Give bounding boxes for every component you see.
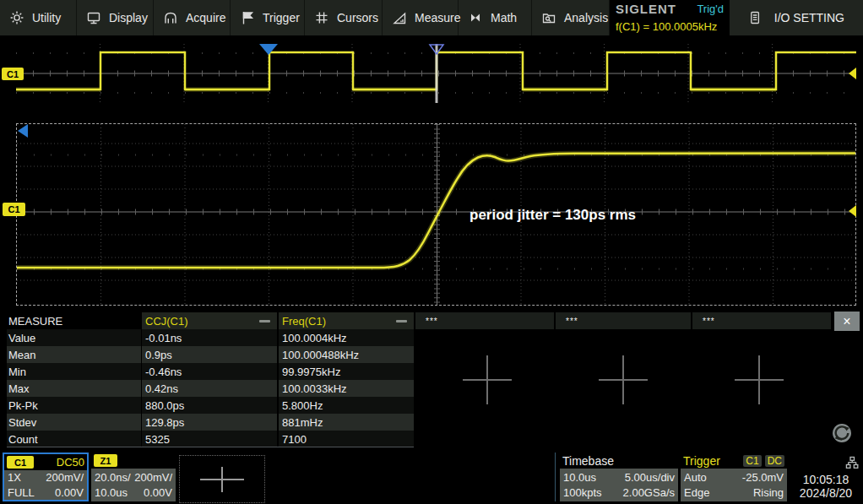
stat-value: 5325	[142, 431, 277, 447]
menu-measure[interactable]: Measure	[383, 0, 459, 35]
menu-cursors[interactable]: Cursors	[305, 0, 383, 35]
stat-value: 129.8ps	[142, 414, 277, 431]
stat-value: 100.0004kHz	[279, 329, 414, 346]
stat-label: Count	[7, 431, 141, 447]
stat-value: -0.46ns	[142, 363, 277, 380]
time-display: 10:05:18	[789, 473, 863, 486]
menu-analysis[interactable]: Analysis	[532, 0, 610, 35]
channel1-descriptor[interactable]: C1 DC50 1X200mV/ FULL0.00V	[3, 453, 89, 501]
stat-value: 7100	[279, 431, 414, 447]
menu-utility-label: Utility	[32, 11, 61, 24]
measure-panel: MEASURE CCJ(C1) Freq(C1) *** *** *** Val…	[0, 311, 863, 449]
menu-utility[interactable]: Utility	[0, 0, 77, 35]
add-channel-button[interactable]	[179, 455, 265, 503]
channel1-badge: C1	[7, 456, 34, 469]
channel1-offset: 0.00V	[55, 485, 84, 500]
stat-label: Pk-Pk	[7, 397, 141, 414]
menu-math[interactable]: Math	[459, 0, 532, 35]
cursors-icon	[314, 10, 329, 25]
menu-acquire[interactable]: Acquire	[154, 0, 231, 35]
measure-col1-header-label: CCJ(C1)	[145, 315, 188, 328]
menu-analysis-label: Analysis	[564, 11, 608, 24]
stat-label: Value	[7, 329, 141, 346]
brand-logo: SIGLENT	[616, 2, 676, 16]
stat-label: Mean	[7, 346, 141, 363]
stat-value: 0.9ps	[142, 346, 277, 363]
trigger-descriptor[interactable]: Trigger C1 DC Auto-25.0mV EdgeRising	[681, 453, 787, 501]
channel1-probe: 1X	[8, 470, 21, 485]
channel1-scale: 200mV/	[46, 470, 84, 485]
io-setting-button[interactable]: I/O SETTING	[747, 0, 863, 35]
timebase-samplerate: 2.00GSa/s	[623, 485, 675, 500]
add-measurement-button[interactable]	[735, 355, 784, 404]
menu-cursors-label: Cursors	[337, 11, 378, 24]
strip-channel-level-marker[interactable]	[849, 68, 856, 79]
menu-trigger[interactable]: Trigger	[231, 0, 305, 35]
menu-display[interactable]: Display	[77, 0, 154, 35]
trigger-status: Trig'd	[697, 3, 724, 15]
trigger-source-badge: C1	[743, 455, 761, 467]
panel-divider	[7, 447, 414, 447]
trigger-mode: Auto	[684, 470, 707, 485]
add-measurement-button[interactable]	[463, 355, 512, 404]
stat-value: 0.42ns	[142, 380, 277, 397]
brand-status-block: SIGLENT Trig'd f(C1) = 100.0005kHz	[610, 0, 730, 35]
menu-math-label: Math	[491, 11, 517, 24]
measure-icon	[392, 10, 407, 25]
math-icon	[468, 10, 483, 25]
zoom-channel-badge[interactable]: C1	[3, 203, 25, 216]
measure-empty-header: ***	[556, 312, 691, 329]
clock-area: 10:05:18 2024/8/20	[789, 453, 863, 501]
stat-value: 100.0033kHz	[279, 380, 414, 397]
overview-waveform	[16, 44, 856, 103]
menu-trigger-label: Trigger	[263, 11, 300, 24]
trigger-slope: Rising	[753, 485, 784, 500]
trigger-level-marker[interactable]	[849, 205, 856, 217]
stat-label: Max	[7, 380, 141, 397]
timebase-descriptor[interactable]: Timebase 10.0us5.00us/div 100kpts2.00GSa…	[560, 453, 678, 501]
zoom-scale: 200mV/	[134, 470, 172, 485]
add-measurement-button[interactable]	[599, 355, 648, 404]
zoom-descriptor[interactable]: Z1 20.0ns/200mV/ 10.0us0.00V	[91, 453, 176, 501]
zoom-left-edge-marker	[18, 124, 28, 138]
channel1-bandwidth: FULL	[8, 485, 35, 500]
measure-column-header: CCJ(C1)	[142, 312, 277, 329]
zoom-offset: 0.00V	[144, 485, 172, 500]
reset-statistics-icon[interactable]	[831, 422, 853, 444]
bottom-bar-divider	[555, 453, 556, 501]
remove-measurement-button[interactable]	[396, 320, 407, 322]
zoom-window[interactable]	[16, 123, 856, 306]
overview-strip[interactable]	[16, 44, 856, 103]
timebase-delay: 10.0us	[563, 470, 596, 485]
menu-display-label: Display	[109, 11, 148, 24]
stat-value: 100.000488kHz	[279, 346, 414, 363]
remove-measurement-button[interactable]	[259, 320, 270, 322]
trigger-type: Edge	[684, 485, 709, 500]
gear-icon	[9, 10, 24, 25]
trigger-coupling-badge: DC	[765, 455, 784, 467]
timebase-memory: 100kpts	[563, 485, 602, 500]
stat-label: Min	[7, 363, 141, 380]
analysis-icon	[541, 10, 556, 25]
channel1-coupling: DC50	[57, 456, 84, 469]
frequency-readout: f(C1) = 100.0005kHz	[616, 20, 724, 33]
trigger-title: Trigger	[683, 454, 720, 468]
measure-close-button[interactable]: ×	[834, 312, 860, 331]
date-display: 2024/8/20	[789, 486, 863, 500]
network-icon[interactable]	[844, 455, 860, 470]
stat-value: 99.9975kHz	[279, 363, 414, 380]
acquire-icon	[163, 10, 178, 25]
stat-value: 881mHz	[279, 414, 414, 431]
stat-value: -0.01ns	[142, 329, 277, 346]
menu-bar: Utility Display Acquire Trigger Cursors …	[0, 0, 863, 35]
display-icon	[86, 10, 101, 25]
strip-channel-badge[interactable]: C1	[2, 68, 24, 80]
trigger-level: -25.0mV	[742, 470, 784, 485]
zoom-delay: 10.0us	[95, 485, 128, 500]
stat-value: 880.0ps	[142, 397, 277, 414]
timebase-title: Timebase	[562, 454, 614, 468]
zoom-timebase: 20.0ns/	[95, 470, 131, 485]
zoom-waveform	[17, 124, 855, 305]
jitter-annotation: period jitter = 130ps rms	[469, 207, 636, 224]
menu-acquire-label: Acquire	[186, 11, 225, 24]
